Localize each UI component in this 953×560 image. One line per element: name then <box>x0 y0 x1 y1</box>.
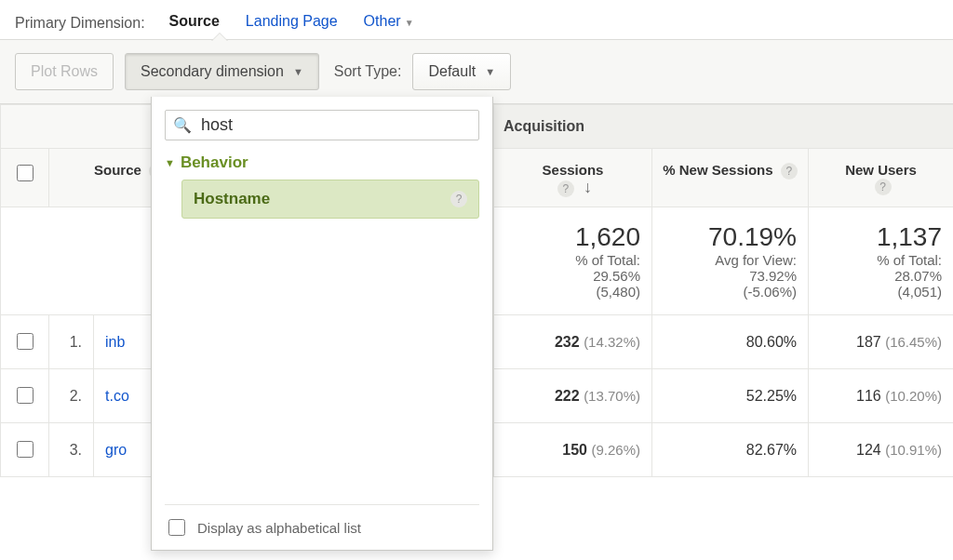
sort-type-label: Sort Type: <box>334 63 402 80</box>
row-checkbox[interactable] <box>17 387 34 404</box>
totals-sessions-l1: % of Total: <box>575 252 640 268</box>
column-group-acquisition: Acquisition <box>494 105 954 149</box>
totals-pct-new-l1: Avg for View: <box>715 252 797 268</box>
chevron-down-icon: ▼ <box>485 66 495 77</box>
row-new-users-pct: (10.20%) <box>885 388 942 404</box>
row-pct-new: 80.60% <box>652 315 809 369</box>
column-pct-new-label: % New Sessions <box>663 162 772 178</box>
secondary-dimension-label: Secondary dimension <box>141 63 284 80</box>
dropdown-group: ▼ Behavior Hostname ? <box>152 146 492 219</box>
plot-rows-button[interactable]: Plot Rows <box>15 53 114 90</box>
row-new-users: 116 (10.20%) <box>809 369 954 423</box>
row-pct-new: 82.67% <box>652 423 809 477</box>
row-new-users: 187 (16.45%) <box>809 315 954 369</box>
column-sessions[interactable]: Sessions ? ↓ <box>494 149 652 207</box>
dropdown-item-hostname[interactable]: Hostname ? <box>181 180 479 219</box>
dropdown-search-box[interactable]: 🔍 <box>165 110 479 140</box>
dropdown-group-header[interactable]: ▼ Behavior <box>165 153 479 172</box>
search-icon: 🔍 <box>173 116 192 134</box>
primary-dimension-label: Primary Dimension: <box>15 15 145 32</box>
row-sessions-value: 232 <box>555 334 580 350</box>
totals-new-users-l1: % of Total: <box>877 252 942 268</box>
tab-other-label: Other <box>364 13 401 29</box>
select-all-checkbox[interactable] <box>17 165 34 181</box>
row-pct-new: 52.25% <box>652 369 809 423</box>
tab-other[interactable]: Other▼ <box>362 7 416 39</box>
help-icon[interactable]: ? <box>557 180 574 197</box>
row-sessions: 150 (9.26%) <box>494 423 652 477</box>
column-new-users-label: New Users <box>845 162 917 178</box>
totals-pct-new-l2: 73.92% <box>749 268 797 284</box>
totals-pct-new-value: 70.19% <box>664 222 797 252</box>
tab-connector-inner <box>212 33 227 41</box>
totals-new-users-l2: 28.07% <box>894 268 942 284</box>
row-sessions: 222 (13.70%) <box>494 369 652 423</box>
totals-new-users-value: 1,137 <box>820 222 942 252</box>
row-number: 2. <box>49 369 94 423</box>
row-new-users-value: 124 <box>856 442 881 458</box>
sort-type-value: Default <box>428 63 476 80</box>
plot-rows-label: Plot Rows <box>31 63 98 80</box>
dropdown-search-row: 🔍 <box>152 97 492 146</box>
header-checkbox-cell <box>1 149 49 207</box>
row-new-users: 124 (10.91%) <box>809 423 954 477</box>
tab-landing-page[interactable]: Landing Page <box>244 7 340 39</box>
column-source-label: Source <box>94 162 141 178</box>
chevron-down-icon: ▼ <box>405 18 414 28</box>
dropdown-spacer <box>152 219 492 477</box>
totals-sessions-l2: 29.56% <box>593 268 640 284</box>
totals-new-users-l3: (4,051) <box>897 284 942 300</box>
secondary-dimension-button[interactable]: Secondary dimension ▼ <box>125 53 319 90</box>
row-number: 3. <box>49 423 94 477</box>
dropdown-search-input[interactable] <box>199 114 471 136</box>
row-sessions-value: 222 <box>555 388 580 404</box>
totals-pct-new-l3: (-5.06%) <box>743 284 797 300</box>
row-new-users-pct: (10.91%) <box>885 442 942 458</box>
row-checkbox-cell <box>1 423 49 477</box>
help-icon[interactable]: ? <box>450 191 467 207</box>
column-sessions-label: Sessions <box>543 162 604 178</box>
help-icon[interactable]: ? <box>875 179 892 195</box>
row-sessions-pct: (13.70%) <box>584 388 640 404</box>
row-new-users-value: 116 <box>856 388 881 404</box>
row-new-users-value: 187 <box>856 334 881 350</box>
row-new-users-pct: (16.45%) <box>885 334 942 350</box>
column-pct-new-sessions[interactable]: % New Sessions ? <box>652 149 809 207</box>
primary-dimension-tabs: Primary Dimension: Source Landing Page O… <box>0 0 953 39</box>
dropdown-group-label: Behavior <box>181 153 248 172</box>
triangle-down-icon: ▼ <box>165 157 175 168</box>
help-icon[interactable]: ? <box>781 163 798 180</box>
row-checkbox-cell <box>1 369 49 423</box>
totals-pct-new: 70.19% Avg for View: 73.92% (-5.06%) <box>652 207 809 315</box>
sort-descending-icon: ↓ <box>584 178 592 196</box>
totals-new-users: 1,137 % of Total: 28.07% (4,051) <box>809 207 954 315</box>
row-checkbox[interactable] <box>17 333 34 350</box>
row-checkbox-cell <box>1 315 49 369</box>
toolbar: Plot Rows Secondary dimension ▼ Sort Typ… <box>0 39 953 104</box>
totals-sessions: 1,620 % of Total: 29.56% (5,480) <box>494 207 652 315</box>
chevron-down-icon: ▼ <box>293 66 303 77</box>
row-sessions-pct: (14.32%) <box>584 334 640 350</box>
secondary-dimension-dropdown: 🔍 ▼ Behavior Hostname ? Display as alpha… <box>151 97 493 477</box>
row-sessions-value: 150 <box>562 442 587 458</box>
totals-sessions-l3: (5,480) <box>596 284 640 300</box>
dropdown-item-label: Hostname <box>194 190 270 208</box>
row-checkbox[interactable] <box>17 441 34 458</box>
row-number: 1. <box>49 315 94 369</box>
totals-sessions-value: 1,620 <box>505 222 640 252</box>
column-new-users[interactable]: New Users ? <box>809 149 954 207</box>
sort-type-button[interactable]: Default ▼ <box>412 53 511 90</box>
row-sessions-pct: (9.26%) <box>591 442 640 458</box>
row-sessions: 232 (14.32%) <box>494 315 652 369</box>
